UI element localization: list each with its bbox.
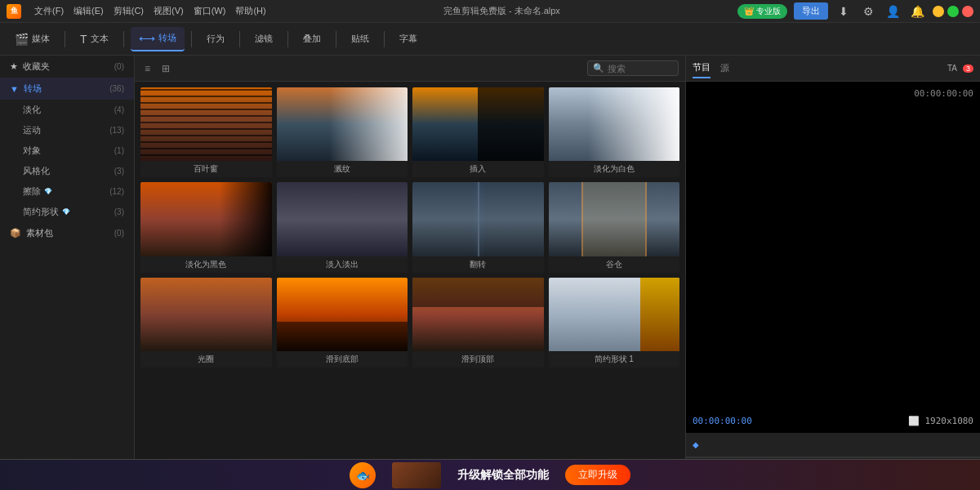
favorites-count: (0): [114, 62, 124, 71]
motion-label: 运动: [23, 124, 41, 136]
transition-shape[interactable]: 简约形状 1: [548, 277, 681, 368]
upgrade-image: [392, 462, 441, 488]
sidebar-wipe[interactable]: 擦除 💎 (12): [0, 181, 134, 202]
sort-button[interactable]: ≡: [141, 61, 154, 76]
transition-icon: ⟷: [139, 32, 155, 45]
barn-label: 谷仓: [549, 256, 680, 273]
slide-bottom-thumb: [277, 278, 408, 351]
settings-icon[interactable]: ⚙: [859, 2, 877, 20]
sidebar-favorites[interactable]: ★ 收藏夹 (0): [0, 56, 134, 78]
menu-clip[interactable]: 剪辑(C): [114, 5, 144, 17]
sidebar-simple-shape[interactable]: 简约形状 💎 (3): [0, 202, 134, 222]
fade-label: 淡化: [23, 104, 41, 116]
blinds-label: 百叶窗: [140, 161, 272, 177]
menu-view[interactable]: 视图(V): [154, 5, 184, 17]
menu-items: 文件(F) 编辑(E) 剪辑(C) 视图(V) 窗口(W) 帮助(H): [34, 5, 266, 17]
resolution-value: 1920x1080: [924, 416, 973, 426]
object-count: (1): [114, 146, 124, 155]
filter-tool[interactable]: 滤镜: [247, 27, 281, 51]
transition-push[interactable]: 插入: [412, 87, 545, 178]
slide-top-label: 滑到顶部: [412, 351, 544, 368]
stylize-label: 风格化: [23, 165, 50, 177]
left-sidebar: ★ 收藏夹 (0) ▼ 转场 (36) 淡化 (4) 运动 (13) 对象 (1…: [0, 56, 135, 490]
search-box[interactable]: 🔍: [587, 60, 679, 76]
transition-fadeinout[interactable]: 淡入淡出: [276, 181, 409, 273]
iris-thumb: [140, 278, 272, 351]
account-icon[interactable]: 👤: [884, 2, 902, 20]
transitions-expand-icon: ▼: [10, 84, 19, 94]
preview-time-total: 00:00:00:00: [914, 88, 973, 99]
center-panel: ≡ ⊞ 🔍 百叶窗 溅纹: [135, 56, 686, 490]
upgrade-button[interactable]: 立即升级: [565, 465, 630, 485]
simple-shape-count: (3): [114, 207, 124, 216]
preview-tabs: 节目 源 TA 3: [686, 56, 980, 82]
export-button[interactable]: 导出: [794, 2, 828, 20]
transition-barn[interactable]: 谷仓: [548, 181, 681, 273]
wipe-count: (12): [109, 187, 124, 196]
title-bar: 鱼 文件(F) 编辑(E) 剪辑(C) 视图(V) 窗口(W) 帮助(H) 完鱼…: [0, 0, 980, 23]
transition-flip[interactable]: 翻转: [412, 181, 545, 273]
transition-tool[interactable]: ⟷ 转场: [131, 27, 185, 51]
search-input[interactable]: [608, 64, 673, 74]
menu-help[interactable]: 帮助(H): [235, 5, 265, 17]
slide-top-thumb: [412, 278, 544, 351]
window-controls: [933, 6, 973, 17]
slide-bottom-label: 滑到底部: [277, 351, 408, 368]
favorites-icon: ★: [10, 61, 18, 72]
sidebar-stylize[interactable]: 风格化 (3): [0, 161, 134, 181]
transition-label: 转场: [158, 32, 176, 44]
download-icon[interactable]: ⬇: [835, 2, 853, 20]
materials-count: (0): [114, 229, 124, 238]
view-button[interactable]: ⊞: [158, 61, 173, 76]
maximize-button[interactable]: [947, 6, 959, 17]
blinds-thumb: [140, 87, 272, 161]
add-label: 叠加: [303, 33, 321, 45]
favorites-left: ★ 收藏夹: [10, 60, 50, 73]
media-tool[interactable]: 🎬 媒体: [7, 27, 58, 51]
transition-dark-fade[interactable]: 淡化为黑色: [140, 181, 273, 273]
sidebar-motion[interactable]: 运动 (13): [0, 120, 134, 140]
transition-blinds[interactable]: 百叶窗: [140, 87, 273, 178]
separator-1: [65, 31, 65, 47]
minimize-button[interactable]: [933, 6, 944, 17]
materials-icon: 📦: [10, 228, 21, 238]
center-panel-toolbar: ≡ ⊞ 🔍: [135, 56, 685, 82]
separator-7: [384, 31, 385, 47]
fadeinout-thumb: [277, 182, 408, 256]
sidebar-transitions[interactable]: ▼ 转场 (36): [0, 78, 134, 100]
motion-count: (13): [109, 126, 124, 135]
separator-3: [191, 31, 192, 47]
tab-source[interactable]: 源: [720, 59, 729, 78]
text-tool[interactable]: T 文本: [72, 27, 117, 51]
sidebar-materials[interactable]: 📦 素材包 (0): [0, 222, 134, 244]
simple-shape-pro-icon: 💎: [62, 208, 70, 216]
transition-dissolve[interactable]: 溅纹: [276, 87, 409, 178]
overlay-tool[interactable]: 叠加: [295, 27, 329, 51]
sidebar-fade[interactable]: 淡化 (4): [0, 100, 134, 120]
app-logo: 鱼: [7, 4, 21, 19]
flip-thumb: [412, 182, 544, 256]
transition-slide-top[interactable]: 滑到顶部: [412, 277, 545, 368]
transition-iris[interactable]: 光圈: [140, 277, 273, 368]
sidebar-object[interactable]: 对象 (1): [0, 140, 134, 161]
pro-badge-button[interactable]: 👑 专业版: [737, 4, 787, 19]
menu-window[interactable]: 窗口(W): [194, 5, 226, 17]
transition-white-fade[interactable]: 淡化为白色: [548, 87, 681, 178]
notification-icon[interactable]: 🔔: [908, 2, 926, 20]
action-label: 行为: [207, 33, 225, 45]
wipe-label: 擦除: [23, 185, 41, 198]
white-fade-thumb: [549, 87, 680, 161]
menu-edit[interactable]: 编辑(E): [74, 5, 104, 17]
transitions-label: 转场: [24, 82, 42, 95]
menu-file[interactable]: 文件(F): [34, 5, 64, 17]
preview-resolution: ⬜ 1920x1080: [908, 416, 973, 426]
close-button[interactable]: [962, 6, 973, 17]
shape-label: 简约形状 1: [549, 351, 680, 368]
subtitle-tool[interactable]: 字幕: [391, 27, 425, 51]
transition-slide-bottom[interactable]: 滑到底部: [276, 277, 409, 368]
sticker-tool[interactable]: 贴纸: [343, 27, 377, 51]
tab-program[interactable]: 节目: [693, 58, 710, 78]
action-tool[interactable]: 行为: [198, 27, 233, 51]
dark-fade-thumb: [140, 182, 272, 256]
right-panel: 节目 源 TA 3 00:00:00:00 ⬜ 1920x1080 00:00:…: [686, 56, 980, 490]
